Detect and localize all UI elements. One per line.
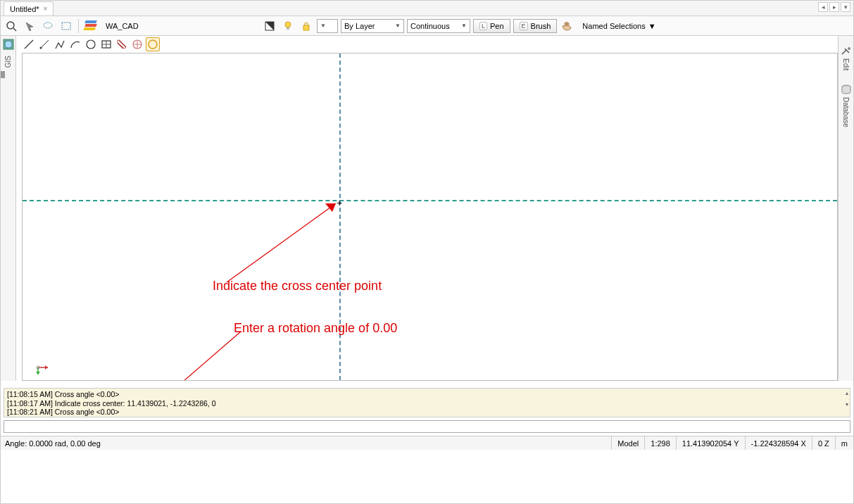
layer-style-dropdown[interactable]: By Layer▼	[341, 19, 404, 33]
named-selections-dropdown[interactable]: Named Selections ▼	[578, 22, 660, 30]
cross-tool[interactable]	[146, 37, 160, 51]
draw-toolbar	[22, 36, 160, 53]
layers-icon[interactable]	[83, 18, 99, 34]
log-line-2: [11:08:21 AM] Cross angle <0.00>	[7, 408, 847, 417]
tab-nav-controls: ◂ ▸ ▾	[818, 2, 850, 12]
status-bar: Angle: 0.0000 rad, 0.00 deg Model 1:298 …	[1, 436, 853, 450]
tab-menu-button[interactable]: ▾	[841, 2, 850, 12]
tab-prev-button[interactable]: ◂	[818, 2, 828, 12]
pen-key: L	[479, 22, 487, 30]
tab-next-button[interactable]: ▸	[829, 2, 839, 12]
svg-point-18	[149, 40, 157, 49]
arrow-2	[156, 328, 248, 381]
circle-tool[interactable]	[84, 37, 98, 51]
svg-line-27	[162, 332, 241, 381]
pointer-icon[interactable]	[22, 18, 37, 34]
arc-tool[interactable]	[68, 37, 82, 51]
svg-point-5	[285, 22, 291, 27]
named-selections-label: Named Selections	[582, 22, 645, 30]
lightbulb-icon[interactable]	[280, 18, 296, 34]
drawing-canvas[interactable]: + Indicate the cross center point Enter …	[22, 53, 838, 381]
line-tool[interactable]	[22, 37, 36, 51]
rectangle-tool[interactable]	[99, 37, 113, 51]
globe-icon	[3, 39, 14, 50]
hand-icon[interactable]	[560, 18, 575, 34]
annotation-text-1: Indicate the cross center point	[213, 279, 382, 294]
compass-tool[interactable]	[130, 37, 144, 51]
main-toolbar: WA_CAD ▼ By Layer▼ Continuous▼ L Pen E B…	[1, 16, 853, 36]
zoom-extents-icon[interactable]	[4, 18, 19, 34]
tools-icon[interactable]	[841, 46, 852, 56]
select-lasso-icon[interactable]	[40, 18, 56, 34]
brush-button[interactable]: E Brush	[513, 19, 558, 33]
pen-button[interactable]: L Pen	[473, 19, 510, 33]
status-unit: m	[835, 436, 853, 450]
right-panel-tabs: Edit Database	[838, 36, 853, 381]
linetype-value: Continuous	[410, 22, 450, 30]
left-panel-label: GIS	[4, 56, 12, 68]
log-line-1: [11:08:17 AM] Indicate cross center: 11.…	[7, 399, 847, 408]
svg-rect-3	[62, 23, 70, 30]
document-tab-bar: Untitled* × ◂ ▸ ▾	[1, 1, 853, 16]
svg-line-26	[227, 203, 336, 282]
lock-icon[interactable]	[299, 18, 314, 34]
current-layer-name[interactable]: WA_CAD	[101, 20, 144, 32]
pen-label: Pen	[490, 22, 504, 30]
command-input[interactable]	[4, 420, 850, 433]
document-tab[interactable]: Untitled* ×	[4, 1, 54, 15]
layer-style-value: By Layer	[344, 22, 375, 30]
erase-tool[interactable]	[115, 37, 129, 51]
svg-point-11	[87, 40, 95, 49]
svg-point-20	[5, 41, 12, 48]
crosshair-horizontal	[23, 200, 837, 201]
left-pin-handle[interactable]	[1, 71, 5, 78]
command-log: [11:08:15 AM] Cross angle <0.00> [11:08:…	[4, 388, 850, 417]
brush-label: Brush	[531, 22, 551, 30]
brush-key: E	[520, 22, 528, 30]
layer-color-dropdown[interactable]: ▼	[317, 19, 338, 33]
svg-point-0	[7, 22, 14, 29]
scroll-down-icon[interactable]: ▾	[846, 401, 848, 408]
ray-tool[interactable]	[37, 37, 51, 51]
arrow-1	[220, 198, 346, 289]
status-coord-y: -1.224328594 X	[745, 436, 812, 450]
left-panel-tab[interactable]: GIS	[1, 36, 16, 381]
contrast-icon[interactable]	[262, 18, 277, 34]
svg-point-10	[40, 47, 42, 49]
log-line-0: [11:08:15 AM] Cross angle <0.00>	[7, 390, 847, 399]
status-scale[interactable]: 1:298	[644, 436, 676, 450]
select-rect-icon[interactable]	[58, 18, 74, 34]
annotation-text-2: Enter a rotation angle of 0.00	[234, 321, 397, 336]
svg-rect-7	[303, 25, 309, 30]
svg-line-1	[13, 28, 16, 31]
cursor-marker: +	[337, 197, 342, 208]
svg-point-21	[848, 47, 850, 50]
status-coord-z: 0 Z	[812, 436, 835, 450]
close-icon[interactable]: ×	[44, 5, 48, 13]
linetype-dropdown[interactable]: Continuous▼	[407, 19, 470, 33]
right-tab-edit[interactable]: Edit	[842, 58, 850, 70]
status-angle: Angle: 0.0000 rad, 0.00 deg	[1, 439, 611, 448]
tab-title: Untitled*	[10, 5, 39, 13]
scroll-up-icon[interactable]: ▴	[846, 390, 848, 397]
polyline-tool[interactable]	[53, 37, 67, 51]
svg-rect-6	[287, 27, 289, 30]
svg-point-2	[44, 23, 52, 28]
database-icon[interactable]	[841, 84, 852, 94]
ucs-icon	[30, 355, 51, 376]
status-coord-x: 11.413902054 Y	[676, 436, 745, 450]
status-model[interactable]: Model	[611, 436, 644, 450]
right-tab-database[interactable]: Database	[842, 97, 850, 127]
svg-line-8	[25, 40, 33, 49]
